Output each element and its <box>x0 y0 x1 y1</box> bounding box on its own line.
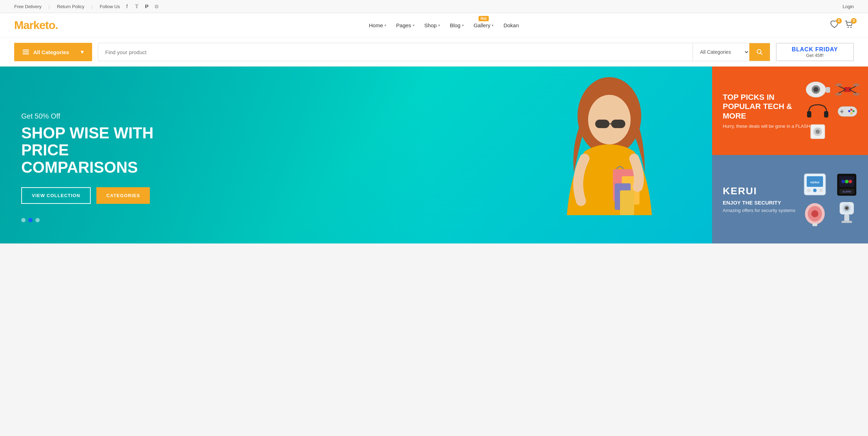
header: Marketo. Home ▾ Pages ▾ Shop ▾ Blog ▾ Ho… <box>0 13 868 38</box>
nav-item-home[interactable]: Home ▾ <box>369 22 386 28</box>
header-actions: 0 0 <box>830 20 854 31</box>
return-policy-link[interactable]: Return Policy <box>57 4 84 9</box>
tech-banner-subtitle: Hurry, these deals will be gone in a FLA… <box>723 124 811 129</box>
tech-banner[interactable]: TOP PICKS IN POPULAR TECH & MORE Hurry, … <box>712 67 868 155</box>
svg-point-35 <box>848 110 850 112</box>
divider: | <box>49 4 50 9</box>
search-bar: All Categories <box>98 43 770 61</box>
all-categories-button[interactable]: All Categories ▾ <box>14 43 92 61</box>
svg-rect-29 <box>824 111 828 117</box>
top-bar-left: Free Delivery | Return Policy | Follow U… <box>14 3 160 10</box>
cart-icon[interactable]: 0 <box>845 20 854 31</box>
outdoor-camera-icon <box>834 200 859 227</box>
follow-us-label: Follow Us <box>100 4 120 9</box>
chevron-down-icon: ▾ <box>438 23 440 27</box>
tech-banner-title: TOP PICKS IN POPULAR TECH & MORE <box>723 93 811 121</box>
security-box-icon: ALARM <box>834 172 859 197</box>
menu-icon <box>23 50 29 54</box>
hot-badge: Hot <box>479 16 489 21</box>
chevron-down-icon: ▾ <box>492 23 494 27</box>
chevron-down-icon: ▾ <box>384 23 386 27</box>
hero-right-banners: TOP PICKS IN POPULAR TECH & MORE Hurry, … <box>712 67 868 243</box>
twitter-icon[interactable]: 𝕋 <box>133 3 140 10</box>
nav-item-blog[interactable]: Blog ▾ <box>450 22 464 28</box>
hero-section: Get 50% Off SHOP WISE WITH PRICE COMPARI… <box>0 67 868 243</box>
svg-rect-62 <box>841 221 852 223</box>
facebook-icon[interactable]: f <box>123 3 130 10</box>
kerui-banner[interactable]: KERUI ENJOY THE SECURITY Amazing offers … <box>712 155 868 243</box>
hero-title: SHOP WISE WITH PRICE COMPARISONS <box>21 125 198 176</box>
slide-dot-1[interactable] <box>21 218 26 222</box>
svg-rect-56 <box>812 223 817 226</box>
pinterest-icon[interactable]: 𝗣 <box>143 3 150 10</box>
svg-point-45 <box>819 189 823 192</box>
kerui-brand-name: KERUI <box>723 185 811 197</box>
wishlist-icon[interactable]: 0 <box>830 20 839 31</box>
slide-dot-2[interactable] <box>28 218 33 222</box>
kerui-subtitle: ENJOY THE SECURITY <box>723 200 811 206</box>
search-button[interactable] <box>749 43 770 61</box>
nav-label-blog: Blog <box>450 22 461 28</box>
game-controller-icon <box>835 101 860 119</box>
svg-text:KERUI: KERUI <box>811 181 819 184</box>
search-section: All Categories ▾ All Categories BLACK FR… <box>0 38 868 67</box>
drone-icon <box>835 81 860 98</box>
svg-rect-18 <box>826 87 830 93</box>
tech-banner-content: TOP PICKS IN POPULAR TECH & MORE Hurry, … <box>723 93 811 129</box>
wishlist-count: 0 <box>836 18 842 24</box>
svg-rect-61 <box>844 214 849 222</box>
hero-content: Get 50% Off SHOP WISE WITH PRICE COMPARI… <box>21 112 691 222</box>
svg-point-0 <box>847 27 849 28</box>
black-friday-subtitle: Get 45ff! <box>785 53 845 58</box>
svg-point-55 <box>811 210 818 217</box>
svg-point-44 <box>813 189 817 192</box>
search-icon <box>756 49 763 55</box>
nav-label-pages: Pages <box>396 22 411 28</box>
cart-count: 0 <box>851 18 857 24</box>
chevron-down-icon: ▾ <box>462 23 464 27</box>
login-link[interactable]: Login <box>842 4 854 9</box>
nav-item-gallery[interactable]: Hot Gallery ▾ <box>474 22 494 28</box>
outdoor-camera-product <box>833 200 861 227</box>
top-bar: Free Delivery | Return Policy | Follow U… <box>0 0 868 13</box>
free-delivery-link[interactable]: Free Delivery <box>14 4 41 9</box>
nav-item-pages[interactable]: Pages ▾ <box>396 22 415 28</box>
divider2: | <box>91 4 92 9</box>
nav-label-shop: Shop <box>424 22 437 28</box>
view-collection-button[interactable]: VIEW COLLECTION <box>21 187 91 204</box>
black-friday-banner[interactable]: BLACK FRIDAY Get 45ff! <box>776 43 854 61</box>
svg-point-34 <box>852 110 855 112</box>
logo-dot: . <box>55 19 58 31</box>
svg-point-36 <box>850 112 852 114</box>
main-nav: Home ▾ Pages ▾ Shop ▾ Blog ▾ Hot Gallery… <box>369 22 519 28</box>
svg-point-50 <box>849 180 852 183</box>
svg-point-48 <box>841 180 845 183</box>
search-input[interactable] <box>98 43 693 61</box>
svg-rect-32 <box>840 111 844 112</box>
drone-product <box>834 81 861 98</box>
nav-label-home: Home <box>369 22 383 28</box>
chevron-down-icon: ▾ <box>413 23 415 27</box>
controller-product <box>834 101 861 119</box>
follow-us-section: Follow Us f 𝕋 𝗣 ⊙ <box>100 3 160 10</box>
nav-item-shop[interactable]: Shop ▾ <box>424 22 440 28</box>
kerui-description: Amazing offers for security systems <box>723 208 811 213</box>
categories-button[interactable]: CATEGORIES <box>96 187 150 204</box>
svg-point-17 <box>813 87 818 92</box>
nav-item-dokan[interactable]: Dokan <box>503 22 519 28</box>
svg-point-24 <box>835 93 842 96</box>
instagram-icon[interactable]: ⊙ <box>153 3 160 10</box>
social-icons: f 𝕋 𝗣 ⊙ <box>123 3 160 10</box>
slide-dot-3[interactable] <box>35 218 40 222</box>
svg-text:ALARM: ALARM <box>842 190 851 193</box>
svg-point-25 <box>853 93 860 96</box>
logo[interactable]: Marketo. <box>14 19 58 32</box>
svg-point-1 <box>850 27 851 28</box>
svg-point-23 <box>853 84 860 86</box>
category-select[interactable]: All Categories <box>693 43 749 61</box>
hero-dots <box>21 218 691 222</box>
svg-point-60 <box>846 207 848 209</box>
black-friday-title: BLACK FRIDAY <box>785 46 845 53</box>
svg-point-49 <box>845 180 849 183</box>
svg-rect-3 <box>23 52 29 53</box>
